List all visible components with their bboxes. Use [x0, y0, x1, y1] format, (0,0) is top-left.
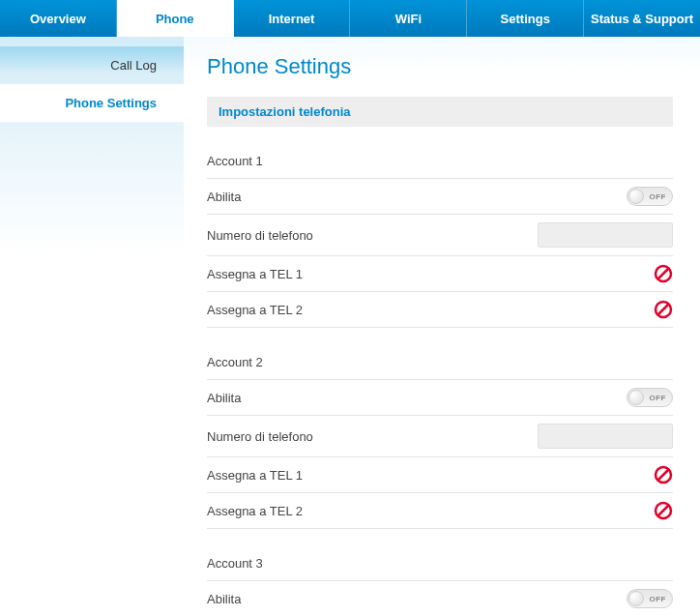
account-block: Account 2 Abilita OFF Numero di telefono… [207, 349, 673, 529]
toggle-enable[interactable]: OFF [627, 388, 673, 407]
toggle-enable[interactable]: OFF [627, 187, 673, 206]
toggle-state-text: OFF [650, 192, 667, 201]
toggle-state-text: OFF [650, 394, 667, 402]
row-label-assign-tel2: Assegna a TEL 2 [207, 303, 303, 317]
row-label-enable: Abilita [207, 592, 241, 606]
row-assign-tel2: Assegna a TEL 2 [207, 292, 673, 328]
page-title: Phone Settings [207, 54, 673, 79]
row-phone-number: Numero di telefono [207, 215, 673, 256]
forbidden-icon [654, 501, 673, 520]
row-enable: Abilita OFF [207, 581, 673, 616]
forbidden-icon [654, 465, 673, 484]
tab-status-support[interactable]: Status & Support [584, 0, 700, 37]
forbidden-icon [654, 300, 673, 319]
tab-internet[interactable]: Internet [234, 0, 351, 37]
svg-line-5 [658, 470, 669, 481]
account-title: Account 2 [207, 349, 673, 380]
account-title: Account 3 [207, 550, 673, 581]
main-content: Phone Settings Impostazioni telefonia Ac… [184, 37, 700, 616]
svg-line-3 [658, 305, 669, 315]
sidebar-item-phone-settings[interactable]: Phone Settings [0, 84, 184, 122]
row-label-enable: Abilita [207, 391, 241, 405]
phone-number-input[interactable] [538, 222, 673, 248]
account-block: Account 1 Abilita OFF Numero di telefono… [207, 148, 673, 328]
row-enable: Abilita OFF [207, 179, 673, 215]
row-label-enable: Abilita [207, 190, 241, 204]
tab-overview[interactable]: Overview [0, 0, 117, 37]
tab-label: WiFi [395, 12, 422, 26]
section-header: Impostazioni telefonia [207, 97, 673, 127]
tab-label: Status & Support [591, 12, 693, 26]
tab-settings[interactable]: Settings [467, 0, 584, 37]
tab-label: Settings [501, 12, 550, 26]
row-label-assign-tel2: Assegna a TEL 2 [207, 504, 303, 518]
toggle-state-text: OFF [650, 595, 667, 603]
svg-line-7 [658, 506, 669, 516]
phone-number-input[interactable] [538, 424, 673, 449]
tab-label: Internet [269, 12, 315, 26]
account-title: Account 1 [207, 148, 673, 179]
toggle-knob [628, 189, 644, 204]
tab-wifi[interactable]: WiFi [350, 0, 467, 37]
tab-label: Overview [30, 12, 86, 26]
forbidden-icon [654, 264, 673, 283]
row-phone-number: Numero di telefono [207, 416, 673, 457]
tab-label: Phone [156, 12, 194, 26]
tab-phone[interactable]: Phone [117, 0, 234, 37]
row-label-assign-tel1: Assegna a TEL 1 [207, 267, 303, 281]
row-enable: Abilita OFF [207, 380, 673, 416]
row-label-assign-tel1: Assegna a TEL 1 [207, 468, 303, 483]
sidebar: Call Log Phone Settings [0, 37, 184, 616]
row-assign-tel1: Assegna a TEL 1 [207, 457, 673, 493]
row-label-phone-number: Numero di telefono [207, 228, 313, 243]
account-block: Account 3 Abilita OFF Numero di telefono… [207, 550, 673, 616]
toggle-knob [628, 390, 644, 405]
row-assign-tel1: Assegna a TEL 1 [207, 256, 673, 292]
sidebar-item-label: Phone Settings [65, 96, 157, 110]
toggle-enable[interactable]: OFF [627, 589, 673, 608]
row-label-phone-number: Numero di telefono [207, 429, 313, 444]
toggle-knob [628, 591, 644, 606]
sidebar-item-label: Call Log [110, 58, 157, 73]
top-nav: Overview Phone Internet WiFi Settings St… [0, 0, 700, 37]
sidebar-item-call-log[interactable]: Call Log [0, 46, 184, 84]
svg-line-1 [658, 269, 669, 279]
row-assign-tel2: Assegna a TEL 2 [207, 493, 673, 529]
